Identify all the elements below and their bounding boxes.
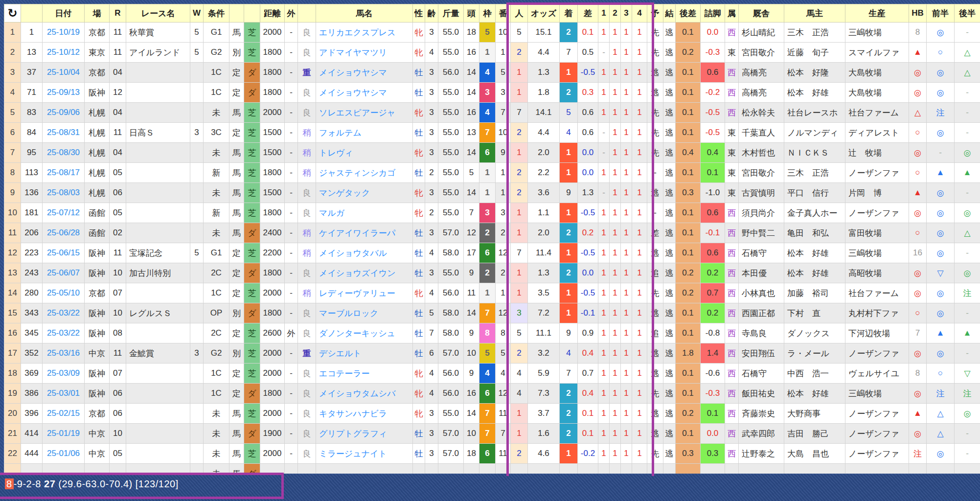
- table-row[interactable]: 1735225-03/16中京11金鯱賞3G2別芝2000-重デシエルト牡657…: [4, 343, 980, 364]
- cell-horse[interactable]: マルガ: [316, 203, 413, 223]
- table-row[interactable]: 1836925-03/09阪神071C定芝2000-良エコテーラー牝456.09…: [4, 364, 980, 384]
- cell-date[interactable]: 25-08/30: [43, 143, 85, 163]
- cell-horse[interactable]: ミラージュナイト: [316, 444, 413, 464]
- cell-kosa: 0.1: [676, 163, 701, 183]
- table-row[interactable]: 2039625-02/15京都06未馬芝2000-良キタサンハナビラ牝355.0…: [4, 404, 980, 424]
- table-row[interactable]: 47125-09/13阪神121C定ダ1800-良メイショウヤシマ牡355.01…: [4, 83, 980, 103]
- table-row[interactable]: 1534325-03/22阪神10レグルスＳOP別ダ1800-良マーブルロック牡…: [4, 303, 980, 323]
- table-row[interactable]: 58325-09/06札幌04未馬芝2000-良ソレエスピアージャ牝355.01…: [4, 103, 980, 123]
- cell-horse[interactable]: ダノンターキッシュ: [316, 323, 413, 343]
- cell-dist: 2000: [260, 103, 285, 123]
- cell-horse[interactable]: ソレエスピアージャ: [316, 103, 413, 123]
- cell-date[interactable]: 25-10/04: [43, 63, 85, 83]
- cell-date[interactable]: 25-08/17: [43, 163, 85, 183]
- cell-cls: 2C: [204, 263, 229, 283]
- cell-going: 稍: [298, 283, 316, 303]
- cell-date[interactable]: 25-10/12: [43, 43, 85, 63]
- cell-fin: 2: [560, 223, 578, 243]
- cell-horse[interactable]: マンゲタック: [316, 183, 413, 203]
- cell-going: 良: [298, 183, 316, 203]
- cell-w: [190, 404, 204, 424]
- refresh-button[interactable]: ↻: [4, 4, 21, 23]
- cell-age: 3: [425, 63, 438, 83]
- table-row[interactable]: 2141425-01/19中京10未馬ダ1900-良グリプトグラフィ牡357.0…: [4, 424, 980, 444]
- cell-going: 良: [298, 364, 316, 384]
- cell-odds: 5.9: [528, 364, 560, 384]
- table-row[interactable]: 1018125-07/12函館05新馬芝1800-良マルガ牝255.073311…: [4, 203, 980, 223]
- cell-horse[interactable]: トレヴィ: [316, 143, 413, 163]
- cell-fin: 5: [560, 103, 578, 123]
- table-row[interactable]: 1938625-03/01阪神061C定ダ1800-良メイショウタムシバ牝456…: [4, 384, 980, 404]
- cell-c2: 1: [610, 63, 621, 83]
- cell-surf: ダ: [244, 223, 260, 243]
- cell-cls: 未: [204, 183, 229, 203]
- cell-horse[interactable]: メイショウタバル: [316, 243, 413, 263]
- cell-horse[interactable]: アドマイヤマツリ: [316, 43, 413, 63]
- cell-horse[interactable]: デシエルト: [316, 343, 413, 364]
- table-row[interactable]: 79525-08/30札幌04未馬芝1500-稍トレヴィ牝355.0146912…: [4, 143, 980, 163]
- cell-date[interactable]: 25-03/16: [43, 343, 85, 364]
- table-row[interactable]: 1428025-05/10京都071C定芝2000-稍レディーヴァリュー牝456…: [4, 283, 980, 303]
- cell-date[interactable]: 25-01/19: [43, 424, 85, 444]
- cell-horse[interactable]: フォルテム: [316, 123, 413, 143]
- table-row[interactable]: 33725-10/04京都041C定ダ1800-重メイショウヤシマ牡356.01…: [4, 63, 980, 83]
- table-row[interactable]: 21325-10/12東京11アイルランド5G2別芝1800-良アドマイヤマツリ…: [4, 43, 980, 63]
- cell-kou: -: [955, 123, 980, 143]
- table-row[interactable]: 1125-10/19京都11秋華賞5G1馬芝2000-良エリカエクスプレス牝35…: [4, 23, 980, 43]
- cell-date[interactable]: 25-03/22: [43, 303, 85, 323]
- cell-horse[interactable]: エコテーラー: [316, 364, 413, 384]
- cell-horse[interactable]: メイショウタムシバ: [316, 384, 413, 404]
- cell-date[interactable]: 25-06/07: [43, 263, 85, 283]
- cell-date[interactable]: 25-08/31: [43, 123, 85, 143]
- column-header-c2: 2: [610, 4, 621, 23]
- cell-date[interactable]: 25-08/03: [43, 183, 85, 203]
- cell-idx: 343: [21, 303, 43, 323]
- cell-w: [190, 364, 204, 384]
- cell-horse[interactable]: レディーヴァリュー: [316, 283, 413, 303]
- table-row[interactable]: 68425-08/31札幌11日高Ｓ33C定芝1500-稍フォルテム牡355.0…: [4, 123, 980, 143]
- cell-wt: 57.0: [438, 424, 464, 444]
- refresh-icon[interactable]: ↻: [7, 6, 17, 20]
- cell-date[interactable]: 25-06/15: [43, 243, 85, 263]
- cell-date[interactable]: 25-03/22: [43, 323, 85, 343]
- cell-owner: 亀田 和弘: [784, 223, 845, 243]
- cell-horse[interactable]: グリプトグラフィ: [316, 424, 413, 444]
- cell-date[interactable]: 25-10/19: [43, 23, 85, 43]
- cell-horse[interactable]: キタサンハナビラ: [316, 404, 413, 424]
- table-row[interactable]: 1120625-06/28函館02未馬ダ2400-稍ケイアイワイラーパ牡357.…: [4, 223, 980, 243]
- cell-owner: 大島 昌也: [784, 444, 845, 464]
- cell-horse[interactable]: ジャスティンシカゴ: [316, 163, 413, 183]
- cell-date[interactable]: 25-09/06: [43, 103, 85, 123]
- cell-n: 7: [4, 143, 21, 163]
- cell-date[interactable]: 25-01/06: [43, 444, 85, 464]
- cell-date[interactable]: 25-02/15: [43, 404, 85, 424]
- cell-horse[interactable]: メイショウヤシマ: [316, 63, 413, 83]
- cell-heads: 10: [464, 343, 479, 364]
- table-row[interactable]: 913625-08/03札幌06未馬芝1500-良マンゲタック牝355.0141…: [4, 183, 980, 203]
- cell-date[interactable]: 25-06/28: [43, 223, 85, 243]
- cell-date[interactable]: 25-05/10: [43, 283, 85, 303]
- cell-wt: 55.0: [438, 83, 464, 103]
- cell-c1: 1: [598, 163, 610, 183]
- cell-horse[interactable]: マーブルロック: [316, 303, 413, 323]
- cell-date[interactable]: 25-03/01: [43, 384, 85, 404]
- cell-date[interactable]: 25-09/13: [43, 83, 85, 103]
- cell-date[interactable]: 25-03/09: [43, 364, 85, 384]
- cell-horse[interactable]: メイショウズイウン: [316, 263, 413, 283]
- cell-tsume: 0.6: [701, 243, 725, 263]
- cell-hb: ◎: [909, 263, 927, 283]
- table-header-row: ↻日付場Rレース名W条件距離外馬名性齢斤量頭枠番人オッズ着差1234予結後差詰脚…: [4, 4, 980, 23]
- table-row[interactable]: 1634525-03/22阪神082C定芝2600外良ダノンターキッシュ牡758…: [4, 323, 980, 343]
- table-row[interactable]: 811325-08/17札幌05新馬芝1800-稍ジャスティンシカゴ牡255.0…: [4, 163, 980, 183]
- table-row[interactable]: 1324325-06/07阪神10加古川特別2C定ダ1800-良メイショウズイウ…: [4, 263, 980, 283]
- cell-date[interactable]: 25-07/12: [43, 203, 85, 223]
- cell-out: 外: [285, 323, 298, 343]
- cell-horse[interactable]: メイショウヤシマ: [316, 83, 413, 103]
- table-row[interactable]: 1222325-06/15阪神11宝塚記念5G1定芝2200-稍メイショウタバル…: [4, 243, 980, 263]
- cell-pop: 7: [511, 103, 528, 123]
- table-row[interactable]: 2244425-01/06中京05未馬芝2000-良ミラージュナイト牡357.0…: [4, 444, 980, 464]
- cell-horse[interactable]: エリカエクスプレス: [316, 23, 413, 43]
- cell-horse[interactable]: ケイアイワイラーパ: [316, 223, 413, 243]
- cell-idx: 37: [21, 63, 43, 83]
- cell-yo: 先: [647, 43, 663, 63]
